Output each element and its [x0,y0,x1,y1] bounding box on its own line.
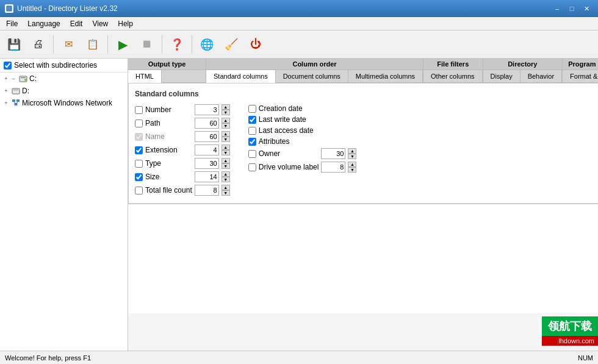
close-button[interactable]: ✕ [580,3,593,14]
toolbar-sep-3 [162,35,162,54]
network-expander[interactable]: + [2,99,10,107]
minimize-button[interactable]: – [550,3,564,14]
tab-multimedia-columns[interactable]: Multimedia columns [348,70,423,82]
tab-format-sorting[interactable]: Format & sorting [563,70,598,82]
cb-last-access-date[interactable] [248,127,256,135]
print-icon: 🖨 [32,38,45,51]
spin-drive-volume-label-down[interactable]: ▼ [348,167,356,173]
cb-creation-date[interactable] [248,105,256,113]
toolbar-sep-4 [192,35,192,54]
select-subdirs-checkbox[interactable] [4,62,12,70]
spin-drive-volume-label[interactable] [321,162,345,173]
svg-rect-0 [7,6,12,11]
tab-html[interactable]: HTML [128,70,162,84]
filter-icon: 🧹 [225,38,238,51]
spin-size-down[interactable]: ▼ [222,177,230,182]
copy-button[interactable]: 📋 [81,33,104,56]
spin-total-file-count-down[interactable]: ▼ [222,190,230,196]
window-title: Untitled - Directory Lister v2.32 [17,4,118,13]
cb-drive-volume-label[interactable] [248,163,256,171]
help-button[interactable]: ❓ [165,33,189,56]
status-text: Welcome! For help, press F1 [5,354,91,362]
spin-total-file-count[interactable] [195,185,219,196]
menu-view[interactable]: View [87,18,113,29]
web-button[interactable]: 🌐 [195,33,218,56]
cb-name[interactable] [135,133,143,141]
tab-document-columns[interactable]: Document columns [276,70,348,82]
label-last-access-date: Last access date [259,126,357,135]
spin-drive-volume-label-up[interactable]: ▲ [348,162,356,167]
spin-path[interactable] [195,118,219,129]
tab-standard-columns[interactable]: Standard columns [206,70,276,84]
spin-number-up[interactable]: ▲ [222,104,230,110]
col-number: Number ▲ ▼ [135,103,230,116]
column-order-header: Column order [206,59,423,70]
col-drive-volume-label: Drive volume label ▲ ▼ [248,160,357,174]
spin-number[interactable] [195,104,219,115]
cb-type[interactable] [135,160,143,168]
spin-size-up[interactable]: ▲ [222,171,230,177]
menu-help[interactable]: Help [113,18,138,29]
d-expander[interactable]: + [2,87,10,95]
spin-owner-up[interactable]: ▲ [348,148,356,154]
filter-button[interactable]: 🧹 [220,33,243,56]
sidebar: Select with subdirectories + – C: + D: + [0,59,128,351]
print-button[interactable]: 🖨 [27,33,50,56]
col-size: Size ▲ ▼ [135,170,230,184]
bottom-content [128,204,598,313]
maximize-button[interactable]: □ [565,3,578,14]
spin-type-down[interactable]: ▼ [222,163,230,169]
label-name: Name [145,132,192,141]
email-button[interactable]: ✉ [57,33,80,56]
spin-name[interactable] [195,131,219,142]
label-owner: Owner [259,149,319,158]
cb-last-write-date[interactable] [248,116,256,124]
tree-item-c[interactable]: + – C: [0,73,128,85]
directory-tabs: Display Behavior [483,70,563,82]
col-name: Name ▲ ▼ [135,130,230,143]
col-creation-date: Creation date [248,103,357,114]
svg-rect-5 [13,90,18,90]
spin-type[interactable] [195,158,219,169]
cb-attributes[interactable] [248,138,256,146]
cb-total-file-count[interactable] [135,187,143,194]
spin-drive-volume-label-btns: ▲ ▼ [348,162,356,173]
svg-point-3 [24,79,27,81]
spin-size[interactable] [195,171,219,182]
save-button[interactable]: 💾 [2,33,26,56]
spin-extension[interactable] [195,145,219,155]
run-button[interactable]: ▶ [111,33,134,56]
tree-item-d[interactable]: + D: [0,85,128,97]
spin-path-down[interactable]: ▼ [222,123,230,129]
power-button[interactable]: ⏻ [244,33,267,56]
tab-other-columns[interactable]: Other columns [423,70,483,82]
email-icon: ✉ [62,38,75,51]
spin-owner[interactable] [321,148,345,159]
spin-extension-up[interactable]: ▲ [222,145,230,150]
cb-extension[interactable] [135,146,143,154]
c-expander[interactable]: + [2,75,10,82]
menu-edit[interactable]: Edit [65,18,88,29]
cb-path[interactable] [135,120,143,127]
spin-name-up[interactable]: ▲ [222,131,230,137]
tab-system: Output type HTML Column order Standard c… [128,59,598,313]
cb-number[interactable] [135,106,143,114]
cb-size[interactable] [135,173,143,181]
spin-owner-down[interactable]: ▼ [348,154,356,159]
spin-total-file-count-up[interactable]: ▲ [222,185,230,190]
tab-display[interactable]: Display [483,70,521,82]
tab-behavior[interactable]: Behavior [521,70,562,82]
stop-button[interactable]: ⏹ [135,33,159,56]
spin-name-down[interactable]: ▼ [222,137,230,142]
spin-path-up[interactable]: ▲ [222,118,230,123]
spin-extension-down[interactable]: ▼ [222,150,230,155]
menu-language[interactable]: Language [23,18,65,29]
power-icon: ⏻ [249,38,262,51]
spin-number-down[interactable]: ▼ [222,110,230,115]
cb-owner[interactable] [248,150,256,158]
copy-icon: 📋 [86,38,99,51]
menu-file[interactable]: File [1,18,23,29]
spin-type-up[interactable]: ▲ [222,158,230,163]
tree-item-network[interactable]: + Microsoft Windows Network [0,97,128,109]
c-expander2[interactable]: – [10,75,17,82]
